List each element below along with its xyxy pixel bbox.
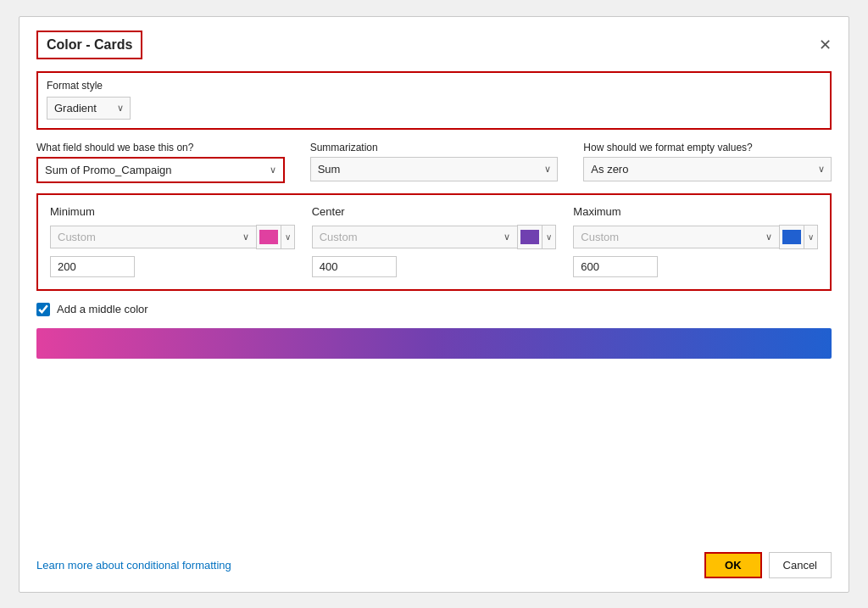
close-button[interactable]: ✕ xyxy=(819,37,832,53)
minimum-header: Minimum xyxy=(50,205,295,218)
summarization-select-wrapper: Sum Count Average Min Max xyxy=(310,157,559,181)
cancel-button[interactable]: Cancel xyxy=(769,552,832,578)
minimum-type-select[interactable]: Custom Minimum Maximum Percent Percentil… xyxy=(50,226,256,248)
center-type-select[interactable]: Custom Minimum Maximum Percent Percentil… xyxy=(312,226,518,248)
format-style-section: Format style Gradient Rules Field value xyxy=(36,71,832,130)
maximum-value-input[interactable] xyxy=(573,256,658,277)
center-color-chevron: ∨ xyxy=(542,226,555,248)
minmax-section: Minimum Custom Minimum Maximum Percent P… xyxy=(36,193,832,291)
gradient-bar xyxy=(36,328,832,359)
format-style-select-wrapper: Gradient Rules Field value xyxy=(47,97,131,120)
maximum-type-row: Custom Minimum Maximum Percent Percentil… xyxy=(573,225,818,249)
minimum-color-picker[interactable]: ∨ xyxy=(256,225,295,249)
add-middle-color-checkbox[interactable] xyxy=(36,303,50,316)
minimum-type-wrapper: Custom Minimum Maximum Percent Percentil… xyxy=(50,226,256,248)
minimum-col: Minimum Custom Minimum Maximum Percent P… xyxy=(50,205,312,277)
maximum-header: Maximum xyxy=(573,205,818,218)
add-middle-color-label: Add a middle color xyxy=(57,303,148,315)
maximum-col: Maximum Custom Minimum Maximum Percent P… xyxy=(573,205,818,277)
summarization-select[interactable]: Sum Count Average Min Max xyxy=(310,157,559,181)
format-style-label: Format style xyxy=(47,80,821,92)
minmax-row: Minimum Custom Minimum Maximum Percent P… xyxy=(50,205,818,277)
maximum-color-picker[interactable]: ∨ xyxy=(779,225,818,249)
empty-label: How should we format empty values? xyxy=(583,142,832,153)
dialog-title: Color - Cards xyxy=(36,31,142,59)
dialog-header: Color - Cards ✕ xyxy=(36,31,832,59)
format-style-select[interactable]: Gradient Rules Field value xyxy=(47,97,131,120)
maximum-type-select[interactable]: Custom Minimum Maximum Percent Percentil… xyxy=(573,226,779,248)
minimum-type-row: Custom Minimum Maximum Percent Percentil… xyxy=(50,225,295,249)
maximum-color-swatch xyxy=(782,230,801,244)
center-col: Center Custom Minimum Maximum Percent Pe… xyxy=(312,205,574,277)
center-value-input[interactable] xyxy=(312,256,397,277)
field-select-wrapper: Sum of Promo_Campaign xyxy=(36,157,285,183)
ok-button[interactable]: OK xyxy=(704,552,762,578)
minimum-color-chevron: ∨ xyxy=(281,226,294,248)
field-select[interactable]: Sum of Promo_Campaign xyxy=(38,159,283,181)
center-type-row: Custom Minimum Maximum Percent Percentil… xyxy=(312,225,557,249)
field-row: What field should we base this on? Sum o… xyxy=(36,142,832,183)
summarization-label: Summarization xyxy=(310,142,559,153)
empty-select[interactable]: As zero As empty xyxy=(583,157,832,181)
empty-select-wrapper: As zero As empty xyxy=(583,157,832,181)
footer-buttons: OK Cancel xyxy=(704,552,832,578)
field-label: What field should we base this on? xyxy=(36,142,285,153)
center-color-swatch xyxy=(520,230,539,244)
field-group-summarization: Summarization Sum Count Average Min Max xyxy=(310,142,559,183)
learn-more-link[interactable]: Learn more about conditional formatting xyxy=(36,559,231,572)
center-type-wrapper: Custom Minimum Maximum Percent Percentil… xyxy=(312,226,518,248)
maximum-color-chevron: ∨ xyxy=(804,226,817,248)
maximum-type-wrapper: Custom Minimum Maximum Percent Percentil… xyxy=(573,226,779,248)
field-group-empty: How should we format empty values? As ze… xyxy=(583,142,832,183)
add-middle-color-row: Add a middle color xyxy=(36,303,832,316)
dialog-footer: Learn more about conditional formatting … xyxy=(36,542,832,578)
center-color-picker[interactable]: ∨ xyxy=(517,225,556,249)
minimum-value-input[interactable] xyxy=(50,256,135,277)
dialog: Color - Cards ✕ Format style Gradient Ru… xyxy=(19,16,849,593)
center-header: Center xyxy=(312,205,557,218)
field-group-field: What field should we base this on? Sum o… xyxy=(36,142,285,183)
minimum-color-swatch xyxy=(259,230,278,244)
